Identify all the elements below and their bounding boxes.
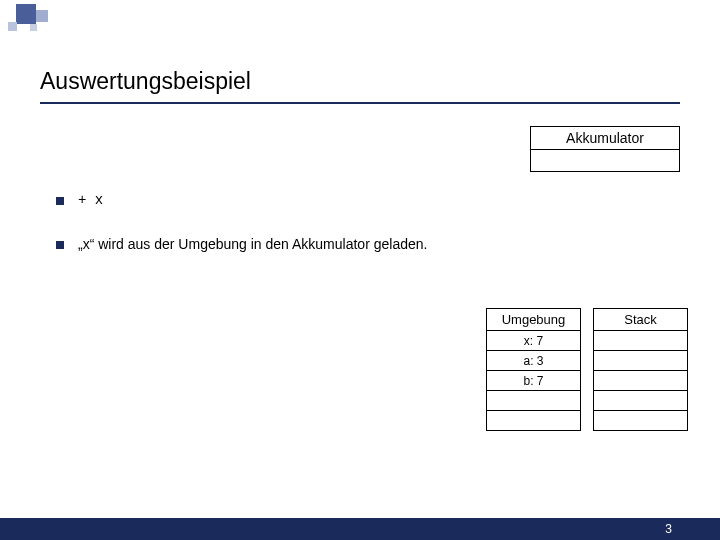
accumulator-value — [530, 150, 680, 172]
list-item: „x“ wird aus der Umgebung in den Akkumul… — [56, 236, 427, 252]
bullet-icon — [56, 197, 64, 205]
table-row — [593, 351, 688, 371]
stack-table: Stack — [593, 308, 688, 431]
page-title: Auswertungsbeispiel — [40, 68, 251, 95]
table-row: a: 3 — [486, 351, 581, 371]
tables-area: Umgebung x: 7 a: 3 b: 7 Stack — [486, 308, 688, 431]
table-row: b: 7 — [486, 371, 581, 391]
corner-decoration — [0, 0, 60, 40]
bullet-icon — [56, 241, 64, 249]
table-row: x: 7 — [486, 331, 581, 351]
page-number: 3 — [665, 522, 672, 536]
table-row — [486, 391, 581, 411]
accumulator-label: Akkumulator — [530, 126, 680, 150]
bullet-text: „x“ wird aus der Umgebung in den Akkumul… — [78, 236, 427, 252]
table-row — [486, 411, 581, 431]
title-underline — [40, 102, 680, 104]
stack-label: Stack — [593, 308, 688, 331]
bullet-list: + x „x“ wird aus der Umgebung in den Akk… — [56, 192, 427, 280]
footer-bar: 3 — [0, 518, 720, 540]
bullet-text: + x — [78, 192, 103, 208]
table-row — [593, 411, 688, 431]
umgebung-label: Umgebung — [486, 308, 581, 331]
umgebung-table: Umgebung x: 7 a: 3 b: 7 — [486, 308, 581, 431]
table-row — [593, 331, 688, 351]
table-row — [593, 391, 688, 411]
accumulator-box: Akkumulator — [530, 126, 680, 172]
table-row — [593, 371, 688, 391]
list-item: + x — [56, 192, 427, 208]
